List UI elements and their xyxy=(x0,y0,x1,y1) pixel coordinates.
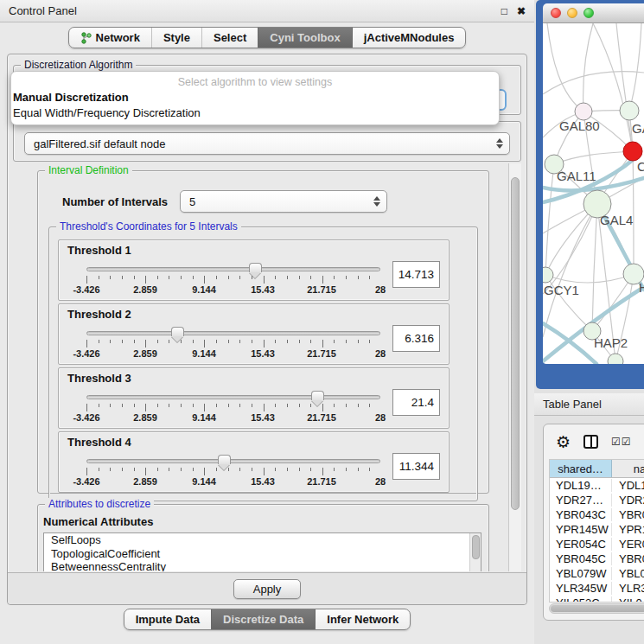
thresholds-group-title: Threshold's Coordinates for 5 Intervals xyxy=(56,220,241,233)
threshold-4-panel: Threshold 4 -3.426 2.859 9.144 15.43 xyxy=(58,431,450,493)
table-data-group: Table Data galFiltered.sif default node xyxy=(13,121,521,162)
tab-impute-data[interactable]: Impute Data xyxy=(124,609,211,629)
scrollbar-thumb[interactable] xyxy=(551,605,644,612)
number-of-intervals-value: 5 xyxy=(189,195,195,208)
numerical-attributes-label: Numerical Attributes xyxy=(43,515,488,528)
table-horizontal-scrollbar[interactable] xyxy=(549,603,644,614)
tab-select[interactable]: Select xyxy=(201,28,258,48)
interval-definition-title: Interval Definition xyxy=(45,164,132,176)
threshold-1-label: Threshold 1 xyxy=(67,244,440,257)
interval-definition-group: Interval Definition Number of Intervals … xyxy=(37,170,489,494)
top-tab-bar: Network Style Select Cyni Toolbox jActiv… xyxy=(0,27,534,48)
threshold-3-panel: Threshold 3 -3.426 2.859 9.144 15.43 xyxy=(58,367,450,429)
list-item[interactable]: BetweennessCentrality xyxy=(44,560,481,571)
list-item[interactable]: TopologicalCoefficient xyxy=(44,547,481,561)
tab-discretize-data[interactable]: Discretize Data xyxy=(211,609,315,629)
table-row[interactable]: YDR27…YDR2 xyxy=(550,493,644,507)
mac-zoom-icon[interactable] xyxy=(583,8,594,18)
column-header-name[interactable]: na xyxy=(612,460,644,477)
discretization-algorithm-title: Discretization Algorithm xyxy=(21,59,136,71)
table-row[interactable]: YDL19…YDL1 xyxy=(550,478,644,493)
control-panel-title: Control Panel xyxy=(9,4,77,17)
settings-scrollbar[interactable] xyxy=(508,163,521,571)
dropdown-hint: Select algorithm to view settings xyxy=(11,73,499,90)
threshold-4-label: Threshold 4 xyxy=(67,436,440,449)
table-row[interactable]: YER054CYER0 xyxy=(550,537,644,552)
slider-thumb[interactable] xyxy=(171,327,184,336)
mac-close-icon[interactable] xyxy=(551,8,561,18)
threshold-4-slider[interactable]: -3.426 2.859 9.144 15.43 21.715 28 xyxy=(67,450,392,488)
control-panel: Control Panel □ ✖ Network Style Select C… xyxy=(0,0,534,644)
svg-text:HAP2: HAP2 xyxy=(594,335,628,350)
table-row[interactable]: YBL079WYBL0 xyxy=(550,566,644,581)
list-item[interactable]: SelfLoops xyxy=(44,533,481,547)
threshold-3-value-field[interactable]: 21.4 xyxy=(392,389,440,416)
threshold-1-slider[interactable]: -3.426 2.859 9.144 15.43 21.715 28 xyxy=(67,258,392,296)
tab-style[interactable]: Style xyxy=(151,28,201,48)
node-highlighted xyxy=(623,142,642,161)
threshold-2-value-field[interactable]: 6.316 xyxy=(392,325,440,352)
threshold-3-label: Threshold 3 xyxy=(67,372,440,385)
slider-thumb[interactable] xyxy=(249,263,262,272)
tab-jactivemnodules[interactable]: jActiveMNodules xyxy=(352,28,466,48)
thresholds-group: Threshold's Coordinates for 5 Intervals … xyxy=(48,226,478,501)
slider-ticks xyxy=(86,340,380,348)
gear-icon[interactable]: ⚙ xyxy=(556,434,571,450)
scrollbar-thumb[interactable] xyxy=(511,177,520,510)
svg-text:GCY1: GCY1 xyxy=(544,283,579,297)
right-column: GAL80 GA GAL11 C GAL4 GCY1 H HAP2 Table … xyxy=(534,0,644,644)
table-row[interactable]: YIL053CYIL0 xyxy=(550,596,644,603)
network-nodes[interactable] xyxy=(543,101,644,364)
threshold-1-panel: Threshold 1 -3.426 2.859 9.144 15.43 xyxy=(58,239,450,301)
node-table[interactable]: shared… na YDL19…YDL1 YDR27…YDR2 YBR043C… xyxy=(549,459,644,603)
slider-thumb[interactable] xyxy=(311,391,324,400)
table-data-value: galFiltered.sif default node xyxy=(34,137,165,150)
number-of-intervals-label: Number of Intervals xyxy=(62,195,168,208)
checkbox-pair-icon[interactable]: ☑☑ xyxy=(611,436,632,448)
control-panel-titlebar: Control Panel □ ✖ xyxy=(0,0,534,22)
number-of-intervals-combobox[interactable]: 5 xyxy=(180,190,387,213)
bottom-tab-bar: Impute Data Discretize Data Infer Networ… xyxy=(0,609,534,630)
tab-infer-network[interactable]: Infer Network xyxy=(315,609,410,629)
tab-network[interactable]: Network xyxy=(69,28,151,48)
list-scrollbar[interactable] xyxy=(469,533,481,571)
float-window-icon[interactable]: □ xyxy=(501,6,507,16)
close-icon[interactable]: ✖ xyxy=(517,6,526,16)
tab-cyni-toolbox[interactable]: Cyni Toolbox xyxy=(258,28,351,48)
table-panel-title: Table Panel xyxy=(543,398,602,411)
table-panel: ⚙ ☑☑ shared… na YDL19…YDL1 YDR27…YDR2 YB… xyxy=(543,424,644,621)
network-view-window: GAL80 GA GAL11 C GAL4 GCY1 H HAP2 xyxy=(536,0,644,389)
dropdown-option-manual-discretization[interactable]: Manual Discretization xyxy=(11,90,499,105)
slider-ticks xyxy=(86,404,380,411)
table-row[interactable]: YBR045CYBR0 xyxy=(550,552,644,566)
cyni-toolbox-panel: Discretization Algorithm Table Data galF… xyxy=(7,54,527,605)
table-row[interactable]: YLR345WYLR3 xyxy=(550,581,644,596)
attributes-group: Attributes to discretize Numerical Attri… xyxy=(37,504,489,571)
svg-text:GAL11: GAL11 xyxy=(557,169,596,183)
table-data-combobox[interactable]: galFiltered.sif default node xyxy=(24,132,510,155)
slider-ticks xyxy=(86,276,380,284)
combo-stepper-icon xyxy=(373,196,380,207)
threshold-1-value-field[interactable]: 14.713 xyxy=(392,261,440,288)
slider-thumb[interactable] xyxy=(218,455,231,464)
apply-button[interactable]: Apply xyxy=(233,579,302,599)
table-row[interactable]: YBR043CYBR0 xyxy=(550,507,644,522)
threshold-2-slider[interactable]: -3.426 2.859 9.144 15.43 21.715 28 xyxy=(67,322,392,360)
numerical-attributes-list[interactable]: SelfLoops TopologicalCoefficient Between… xyxy=(43,532,481,571)
algorithm-dropdown-popup: Select algorithm to view settings Manual… xyxy=(10,71,500,125)
dropdown-option-equal-width-frequency[interactable]: Equal Width/Frequency Discretization xyxy=(11,105,499,121)
svg-text:GA: GA xyxy=(632,121,644,136)
threshold-4-value-field[interactable]: 11.344 xyxy=(392,453,440,480)
network-canvas[interactable]: GAL80 GA GAL11 C GAL4 GCY1 H HAP2 xyxy=(543,23,644,364)
table-row[interactable]: YPR145WYPR1 xyxy=(550,522,644,537)
attributes-group-title: Attributes to discretize xyxy=(45,498,154,510)
apply-row: Apply xyxy=(8,572,526,604)
node xyxy=(620,101,639,120)
columns-icon[interactable] xyxy=(583,435,598,449)
node xyxy=(575,103,592,120)
threshold-3-slider[interactable]: -3.426 2.859 9.144 15.43 21.715 28 xyxy=(67,386,392,424)
column-header-shared-name[interactable]: shared… xyxy=(550,460,612,477)
node xyxy=(543,267,553,283)
mac-minimize-icon[interactable] xyxy=(567,8,577,18)
settings-scroll-area: Interval Definition Number of Intervals … xyxy=(13,163,521,571)
